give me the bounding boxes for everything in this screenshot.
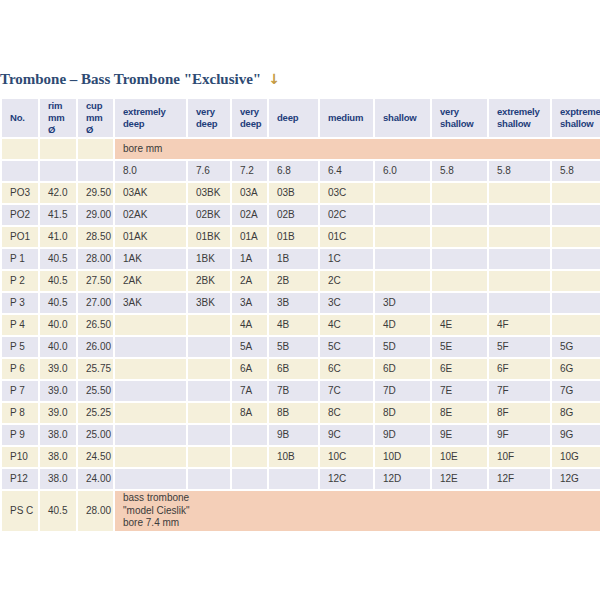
- model-cell: 4C: [319, 314, 374, 336]
- rim-cell: 39.0: [39, 402, 77, 424]
- row-label-cell: P 6: [1, 358, 39, 380]
- model-cell: [488, 226, 551, 248]
- model-cell: 4B: [268, 314, 319, 336]
- rim-cell: 40.5: [39, 292, 77, 314]
- cup-cell: 25.75: [77, 358, 114, 380]
- model-cell: 8A: [231, 402, 268, 424]
- cup-cell: 29.50: [77, 182, 114, 204]
- model-cell: [551, 270, 600, 292]
- rim-cell: 39.0: [39, 380, 77, 402]
- model-cell: 6B: [268, 358, 319, 380]
- empty-cell: [1, 138, 39, 160]
- model-cell: 7A: [231, 380, 268, 402]
- model-cell: 8F: [488, 402, 551, 424]
- cup-cell: 28.00: [77, 248, 114, 270]
- model-cell: 02B: [268, 204, 319, 226]
- model-cell: 4D: [374, 314, 431, 336]
- row-label-cell: P 1: [1, 248, 39, 270]
- model-cell: 6F: [488, 358, 551, 380]
- model-cell: [551, 314, 600, 336]
- model-cell: [374, 182, 431, 204]
- bore-value-cell: 7.2: [231, 160, 268, 182]
- model-cell: [187, 468, 231, 490]
- model-cell: 6C: [319, 358, 374, 380]
- cup-cell: 25.25: [77, 402, 114, 424]
- row-label-cell: P 7: [1, 380, 39, 402]
- cup-cell: 24.00: [77, 468, 114, 490]
- bore-value-cell: 5.8: [551, 160, 600, 182]
- model-cell: [431, 248, 488, 270]
- model-cell: 9C: [319, 424, 374, 446]
- table-row: P 440.026.504A4B4C4D4E4F: [1, 314, 600, 336]
- model-cell: [551, 292, 600, 314]
- model-cell: [488, 248, 551, 270]
- col-header-5: very deep: [231, 98, 268, 138]
- empty-cell: [39, 138, 77, 160]
- table-row: P 839.025.258A8B8C8D8E8F8G: [1, 402, 600, 424]
- model-cell: [231, 468, 268, 490]
- rim-cell: 38.0: [39, 424, 77, 446]
- model-cell: [114, 446, 187, 468]
- model-cell: 6E: [431, 358, 488, 380]
- model-cell: 01AK: [114, 226, 187, 248]
- model-cell: 10E: [431, 446, 488, 468]
- bore-mm-label-cell: bore mm: [114, 138, 600, 160]
- rim-cell: 42.0: [39, 182, 77, 204]
- model-cell: [231, 446, 268, 468]
- model-cell: [431, 204, 488, 226]
- rim-cell: 40.5: [39, 490, 77, 532]
- model-cell: 3A: [231, 292, 268, 314]
- model-cell: [431, 182, 488, 204]
- model-cell: 2BK: [187, 270, 231, 292]
- empty-cell: [77, 138, 114, 160]
- col-header-8: shallow: [374, 98, 431, 138]
- model-cell: 03C: [319, 182, 374, 204]
- rim-cell: 40.5: [39, 248, 77, 270]
- bore-label-row: bore mm: [1, 138, 600, 160]
- cup-cell: 24.50: [77, 446, 114, 468]
- model-cell: [114, 380, 187, 402]
- model-cell: 02C: [319, 204, 374, 226]
- model-cell: 2B: [268, 270, 319, 292]
- model-cell: 1B: [268, 248, 319, 270]
- bore-value-cell: 6.0: [374, 160, 431, 182]
- model-cell: 01A: [231, 226, 268, 248]
- model-cell: 12D: [374, 468, 431, 490]
- model-cell: [187, 314, 231, 336]
- model-cell: 1BK: [187, 248, 231, 270]
- model-cell: [187, 424, 231, 446]
- model-cell: 02BK: [187, 204, 231, 226]
- model-cell: 03BK: [187, 182, 231, 204]
- model-cell: 5A: [231, 336, 268, 358]
- model-cell: [114, 424, 187, 446]
- model-cell: 7C: [319, 380, 374, 402]
- model-cell: [488, 204, 551, 226]
- model-cell: [114, 358, 187, 380]
- cup-cell: 26.00: [77, 336, 114, 358]
- rim-cell: 38.0: [39, 446, 77, 468]
- model-cell: 9F: [488, 424, 551, 446]
- model-cell: 1A: [231, 248, 268, 270]
- model-cell: 01C: [319, 226, 374, 248]
- rim-cell: 41.0: [39, 226, 77, 248]
- model-cell: 9D: [374, 424, 431, 446]
- col-header-2: cup mm Ø: [77, 98, 114, 138]
- model-cell: [431, 292, 488, 314]
- bore-value-cell: 5.8: [431, 160, 488, 182]
- model-cell: 5F: [488, 336, 551, 358]
- model-cell: [187, 336, 231, 358]
- model-cell: [114, 468, 187, 490]
- model-cell: 3C: [319, 292, 374, 314]
- jump-down-arrow-icon[interactable]: ↓: [268, 71, 280, 87]
- model-cell: 4F: [488, 314, 551, 336]
- bore-values-row: 8.07.67.26.86.46.05.85.85.8: [1, 160, 600, 182]
- row-label-cell: P 2: [1, 270, 39, 292]
- model-cell: 8C: [319, 402, 374, 424]
- col-header-11: exptremely shallow: [551, 98, 600, 138]
- model-cell: [431, 226, 488, 248]
- model-cell: 9E: [431, 424, 488, 446]
- model-cell: [488, 270, 551, 292]
- cup-cell: 25.00: [77, 424, 114, 446]
- model-cell: 8D: [374, 402, 431, 424]
- model-cell: [187, 446, 231, 468]
